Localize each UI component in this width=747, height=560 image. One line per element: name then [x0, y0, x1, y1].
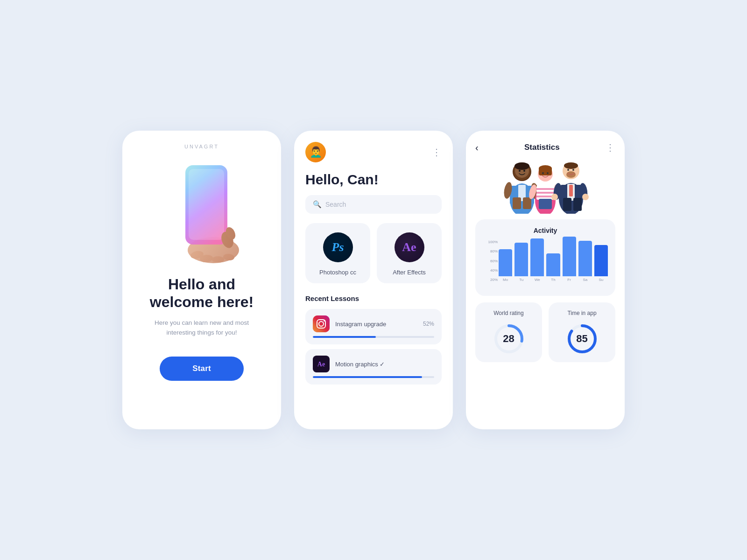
statistics-screen: ‹ Statistics ⋮ — [466, 131, 625, 429]
svg-rect-47 — [563, 198, 571, 211]
bar-su — [594, 245, 608, 276]
svg-point-53 — [572, 169, 574, 171]
avatar[interactable]: 👨‍🦱 — [305, 142, 326, 162]
motion-lesson-icon: Ae — [313, 356, 330, 372]
bar-label-mo: Mo — [503, 278, 508, 282]
photoshop-label: Photoshop cc — [319, 269, 356, 276]
svg-rect-31 — [536, 188, 554, 190]
home-header: 👨‍🦱 ⋮ — [305, 142, 442, 162]
bar-label-fr: Fr — [567, 278, 571, 282]
bar-col-we: We — [530, 238, 544, 282]
time-in-app-card: Time in app 85 — [549, 302, 615, 362]
svg-rect-37 — [539, 167, 552, 175]
y-label-80: 80% — [490, 249, 498, 253]
bar-label-th: Th — [551, 278, 555, 282]
svg-point-23 — [514, 162, 529, 170]
motion-progress-fill — [313, 376, 422, 378]
photoshop-course-card[interactable]: Ps Photoshop cc — [305, 223, 370, 283]
svg-point-12 — [324, 320, 325, 322]
svg-rect-19 — [513, 197, 521, 209]
bar-label-tu: Tu — [519, 278, 523, 282]
lesson-row: Instagram upgrade 52% — [313, 315, 434, 332]
welcome-subtitle: Here you can learn new and most interest… — [146, 318, 258, 338]
svg-point-56 — [551, 194, 558, 200]
home-screen: 👨‍🦱 ⋮ Hello, Can! 🔍 Search Ps Photoshop … — [294, 131, 453, 429]
svg-point-24 — [519, 170, 521, 172]
time-in-app-progress: 85 — [565, 322, 599, 356]
recent-lessons-title: Recent Lessons — [305, 294, 442, 302]
y-label-60: 60% — [490, 259, 498, 263]
bar-chart-area: Mo Tu We Th — [499, 240, 608, 282]
back-arrow-icon[interactable]: ‹ — [475, 142, 479, 153]
svg-text:Ae: Ae — [317, 361, 325, 368]
svg-rect-46 — [569, 185, 573, 196]
svg-rect-34 — [539, 199, 552, 209]
bar-col-fr: Fr — [563, 237, 576, 282]
phone-illustration — [150, 157, 253, 264]
svg-rect-6 — [189, 169, 224, 240]
aftereffects-label: After Effects — [393, 269, 426, 276]
search-bar[interactable]: 🔍 Search — [305, 195, 442, 214]
bar-th — [546, 253, 560, 276]
search-icon: 🔍 — [313, 200, 322, 209]
menu-dots-icon[interactable]: ⋮ — [432, 147, 442, 158]
welcome-title: Hello and welcome here! — [135, 275, 268, 311]
bar-col-tu: Tu — [514, 243, 528, 282]
bar-label-su: Su — [599, 278, 604, 282]
motion-lesson-row: Ae Motion graphics ✓ — [313, 356, 434, 372]
world-rating-card: World rating 28 — [475, 302, 542, 362]
svg-rect-48 — [573, 198, 582, 211]
svg-point-52 — [567, 169, 569, 171]
motion-lesson-name: Motion graphics ✓ — [335, 361, 385, 368]
aftereffects-course-card[interactable]: Ae After Effects — [377, 223, 442, 283]
world-rating-progress: 28 — [492, 322, 526, 356]
activity-card: Activity 100% 80% 60% 40% 20% Mo — [475, 219, 615, 296]
welcome-screen: UNVAGRT — [122, 131, 281, 429]
bar-fr — [563, 237, 576, 276]
bar-label-sa: Sa — [583, 278, 587, 282]
motion-lesson-card[interactable]: Ae Motion graphics ✓ — [305, 349, 442, 385]
stats-row: World rating 28 Time in app — [475, 302, 615, 362]
bar-sa — [578, 241, 592, 276]
stats-menu-dots-icon[interactable]: ⋮ — [606, 142, 615, 153]
bar-label-we: We — [535, 278, 540, 282]
y-label-40: 40% — [490, 268, 498, 273]
time-in-app-label: Time in app — [567, 310, 596, 316]
bar-col-sa: Sa — [578, 241, 592, 282]
svg-rect-20 — [523, 197, 531, 209]
logo: UNVAGRT — [184, 144, 219, 149]
world-rating-value: 28 — [503, 333, 514, 345]
characters-illustration — [494, 158, 597, 214]
instagram-lesson-icon — [313, 315, 330, 332]
svg-point-39 — [547, 172, 549, 174]
photoshop-icon: Ps — [323, 232, 353, 262]
stats-title: Statistics — [524, 143, 560, 152]
aftereffects-icon: Ae — [395, 232, 424, 262]
bar-col-th: Th — [546, 253, 560, 282]
y-label-100: 100% — [488, 240, 498, 244]
bar-tu — [514, 243, 528, 276]
screens-container: UNVAGRT — [122, 131, 625, 429]
search-placeholder-text: Search — [325, 201, 346, 208]
instagram-lesson-card[interactable]: Instagram upgrade 52% — [305, 309, 442, 344]
svg-point-3 — [212, 256, 224, 263]
start-button[interactable]: Start — [160, 357, 244, 381]
stats-header: ‹ Statistics ⋮ — [475, 142, 615, 153]
instagram-progress-bg — [313, 336, 434, 338]
svg-point-38 — [542, 172, 544, 174]
bar-col-su: Su — [594, 245, 608, 282]
courses-row: Ps Photoshop cc Ae After Effects — [305, 223, 442, 283]
svg-rect-9 — [313, 315, 330, 332]
time-in-app-value: 85 — [576, 333, 587, 345]
instagram-lesson-name: Instagram upgrade — [335, 321, 386, 328]
activity-title: Activity — [483, 227, 608, 234]
svg-rect-32 — [536, 192, 554, 194]
instagram-lesson-percent: 52% — [423, 321, 434, 327]
instagram-progress-fill — [313, 336, 376, 338]
bar-col-mo: Mo — [499, 249, 512, 282]
svg-point-50 — [564, 162, 578, 169]
svg-point-25 — [523, 170, 525, 172]
svg-point-57 — [582, 194, 589, 200]
world-rating-label: World rating — [493, 310, 523, 316]
greeting-title: Hello, Can! — [305, 172, 442, 188]
